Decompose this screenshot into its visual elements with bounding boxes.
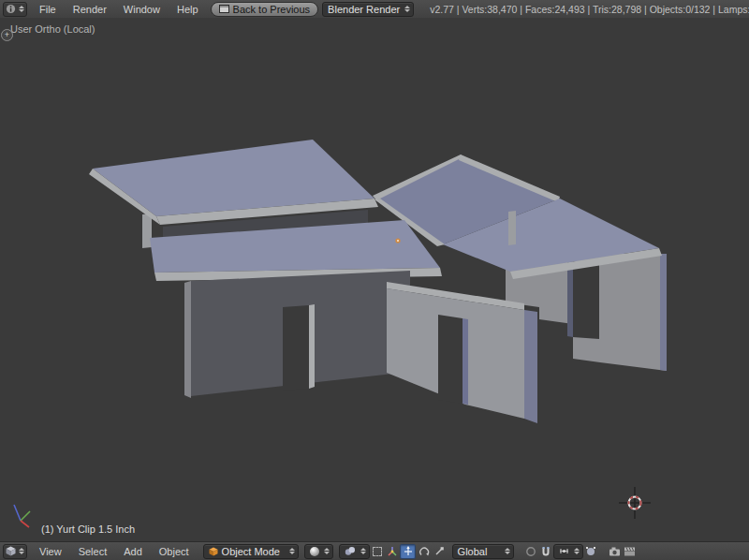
render-engine-select[interactable]: Blender Render xyxy=(322,2,414,17)
menu-select[interactable]: Select xyxy=(70,546,116,557)
transform-orientation-select[interactable]: Global xyxy=(452,544,514,559)
viewport-shading-select[interactable] xyxy=(304,544,333,559)
pivot-align-toggle[interactable] xyxy=(370,545,384,558)
active-object-label: (1) Yurt Clip 1.5 Inch xyxy=(41,523,135,535)
scale-icon xyxy=(433,546,445,557)
rotate-icon xyxy=(419,546,430,557)
model-corner-post[interactable] xyxy=(142,214,152,248)
pivot-point-select[interactable] xyxy=(339,544,370,559)
mode-select-value: Object Mode xyxy=(222,546,285,557)
back-to-previous-label: Back to Previous xyxy=(233,4,311,15)
scene-stats: v2.77 | Verts:38,470 | Faces:24,493 | Tr… xyxy=(430,4,749,15)
dashed-box-icon xyxy=(373,547,382,556)
proportional-edit-toggle[interactable] xyxy=(523,545,537,558)
object-origin-point[interactable] xyxy=(395,238,400,243)
menu-help[interactable]: Help xyxy=(169,4,207,15)
toolshelf-expand-button[interactable]: + xyxy=(1,29,13,41)
viewport-header-bar: View Select Add Object Object Mode xyxy=(0,541,749,560)
3d-viewport[interactable]: User Ortho (Local) (1) Yurt Clip 1.5 Inc… xyxy=(0,18,749,542)
model-center-doorway[interactable] xyxy=(438,315,463,404)
model-center-wall-side[interactable] xyxy=(524,310,537,423)
object-mode-cube-icon xyxy=(209,547,218,556)
shading-solid-icon xyxy=(310,547,319,556)
menu-window[interactable]: Window xyxy=(115,4,169,15)
manipulator-toggle[interactable] xyxy=(385,545,399,558)
model-front-door-jamb[interactable] xyxy=(309,304,315,389)
manipulator-rotate-button[interactable] xyxy=(417,545,431,558)
axis-tripod-icon xyxy=(387,546,398,557)
render-engine-value: Blender Render xyxy=(328,4,400,15)
top-header-bar: File Render Window Help Back to Previous… xyxy=(0,0,749,19)
stepper-arrows-icon xyxy=(505,548,510,554)
stepper-arrows-icon xyxy=(324,548,330,554)
menu-file[interactable]: File xyxy=(31,4,65,15)
view-orientation-label: User Ortho (Local) xyxy=(10,23,95,35)
model-center-door-jamb[interactable] xyxy=(463,318,468,405)
snap-target-sphere-icon xyxy=(585,546,596,557)
blender-window: File Render Window Help Back to Previous… xyxy=(0,0,749,560)
back-to-previous-button[interactable]: Back to Previous xyxy=(211,2,319,17)
3d-cursor[interactable] xyxy=(619,487,651,519)
window-icon xyxy=(219,5,229,13)
manipulator-scale-button[interactable] xyxy=(432,545,446,558)
stepper-arrows-icon xyxy=(19,548,24,554)
snap-element-select[interactable] xyxy=(553,544,583,559)
stepper-arrows-icon xyxy=(404,6,410,12)
menu-view[interactable]: View xyxy=(31,546,70,557)
clapperboard-icon xyxy=(624,546,636,557)
magnet-icon xyxy=(540,546,551,557)
stepper-arrows-icon xyxy=(574,548,580,554)
snap-target-button[interactable] xyxy=(583,545,597,558)
manipulator-translate-button[interactable] xyxy=(400,544,416,559)
translate-icon xyxy=(403,546,414,557)
stepper-arrows-icon xyxy=(360,548,366,554)
snap-increment-icon xyxy=(559,546,569,556)
model-center-wall-section[interactable] xyxy=(387,282,537,423)
model-right-door-jamb[interactable] xyxy=(567,260,573,337)
snap-toggle[interactable] xyxy=(538,545,552,558)
editor-type-selector-info[interactable] xyxy=(3,2,27,17)
viewport-canvas[interactable] xyxy=(0,18,749,542)
model-right-wall-side[interactable] xyxy=(660,254,667,371)
camera-icon xyxy=(609,546,621,557)
3d-viewport-editor-icon xyxy=(6,546,16,556)
stepper-arrows-icon xyxy=(289,548,295,554)
opengl-render-animation-button[interactable] xyxy=(623,545,637,558)
info-editor-icon xyxy=(6,4,16,14)
axis-gizmo-icon xyxy=(14,505,30,527)
model-right-doorway[interactable] xyxy=(573,261,599,339)
editor-type-selector-3dview[interactable] xyxy=(3,544,27,559)
model-chimney-post[interactable] xyxy=(508,211,516,245)
model-front-doorway[interactable] xyxy=(283,305,309,391)
opengl-render-button[interactable] xyxy=(608,545,622,558)
proportional-edit-circle-icon xyxy=(525,546,536,557)
model-front-wall-side[interactable] xyxy=(184,281,191,398)
pivot-median-icon xyxy=(345,546,356,556)
menu-add[interactable]: Add xyxy=(115,546,151,557)
stepper-arrows-icon xyxy=(19,6,24,12)
mode-select[interactable]: Object Mode xyxy=(203,544,299,559)
menu-render[interactable]: Render xyxy=(65,4,115,15)
orientation-value: Global xyxy=(458,546,500,557)
menu-object[interactable]: Object xyxy=(151,546,198,557)
